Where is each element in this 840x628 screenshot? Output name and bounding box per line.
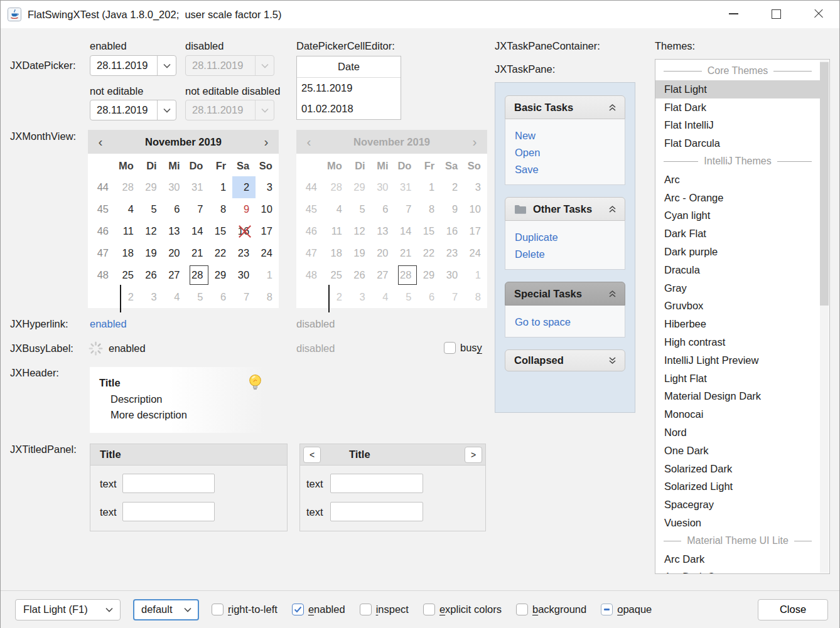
calendar-day[interactable]: 30 xyxy=(232,264,256,286)
calendar-day[interactable]: 21 xyxy=(186,242,210,264)
calendar-day[interactable]: 8 xyxy=(417,198,441,220)
expand-icon[interactable] xyxy=(608,356,617,365)
calendar-day[interactable]: 10 xyxy=(464,198,487,220)
task-link[interactable]: New xyxy=(515,127,615,144)
calendar-day[interactable]: 1 xyxy=(256,264,279,286)
theme-list-item[interactable]: Spacegray xyxy=(655,496,820,514)
calendar-day[interactable]: 3 xyxy=(140,286,163,308)
scrollbar-track[interactable] xyxy=(820,60,829,573)
task-link[interactable]: Open xyxy=(515,144,615,161)
collapse-icon[interactable] xyxy=(608,103,617,112)
datepicker-value[interactable]: 28.11.2019 xyxy=(90,100,157,120)
checkbox-box[interactable] xyxy=(601,604,613,615)
calendar-day[interactable]: 7 xyxy=(186,198,210,220)
theme-list-item[interactable]: Cyan light xyxy=(655,206,820,225)
datepicker-value[interactable]: 28.11.2019 xyxy=(90,56,157,75)
calendar-day[interactable]: 25 xyxy=(325,264,348,286)
taskpane-header[interactable]: Other Tasks xyxy=(505,197,625,221)
task-link[interactable]: Delete xyxy=(515,246,615,263)
calendar-day[interactable]: 14 xyxy=(186,220,210,242)
maximize-button[interactable] xyxy=(755,0,797,28)
calendar-day[interactable]: 24 xyxy=(464,242,487,264)
calendar-day[interactable]: 24 xyxy=(256,242,279,264)
calendar-day[interactable]: 18 xyxy=(117,242,140,264)
calendar-day[interactable]: 13 xyxy=(163,220,186,242)
table-row[interactable]: 25.11.2019 xyxy=(297,78,401,98)
checkbox[interactable]: opaque xyxy=(601,604,652,615)
calendar-day[interactable]: 20 xyxy=(372,242,395,264)
checkbox[interactable]: enabled xyxy=(292,604,345,615)
calendar-day[interactable]: 7 xyxy=(232,286,256,308)
calendar-day[interactable]: 30 xyxy=(441,264,464,286)
calendar-day[interactable]: 5 xyxy=(348,198,372,220)
calendar-day[interactable]: 2 xyxy=(441,176,464,198)
theme-list-item[interactable]: Arc Dark Contrast xyxy=(655,568,820,574)
calendar-day[interactable]: 28 xyxy=(117,176,140,198)
calendar-day[interactable]: 30 xyxy=(372,176,395,198)
calendar-day[interactable]: 15 xyxy=(417,220,441,242)
theme-list-item[interactable]: Dark purple xyxy=(655,243,820,261)
calendar-day[interactable]: 14 xyxy=(395,220,418,242)
calendar-day[interactable]: 6 xyxy=(417,286,441,308)
taskpane-header[interactable]: Special Tasks xyxy=(505,282,625,306)
theme-list-item[interactable]: Flat Darcula xyxy=(655,134,820,152)
checkbox[interactable]: inspect xyxy=(360,604,409,615)
checkbox-box[interactable] xyxy=(360,604,372,615)
calendar-day[interactable]: 29 xyxy=(209,264,232,286)
theme-list-item[interactable]: High contrast xyxy=(655,333,820,351)
calendar-day[interactable]: 11 xyxy=(325,220,348,242)
checkbox[interactable]: right-to-left xyxy=(212,604,277,615)
calendar-day[interactable]: 5 xyxy=(395,286,418,308)
text-field[interactable] xyxy=(330,474,423,493)
text-field[interactable] xyxy=(122,474,215,493)
scrollbar-thumb[interactable] xyxy=(820,62,829,306)
theme-list-item[interactable]: Flat IntelliJ xyxy=(655,116,820,134)
calendar-day[interactable]: 21 xyxy=(395,242,418,264)
chevron-down-icon[interactable] xyxy=(157,100,176,120)
calendar-day[interactable]: 18 xyxy=(325,242,348,264)
theme-list-item[interactable]: Hiberbee xyxy=(655,315,820,333)
calendar-day[interactable]: 2 xyxy=(117,286,140,308)
calendar-day[interactable]: 30 xyxy=(163,176,186,198)
calendar-day[interactable]: 27 xyxy=(372,264,395,286)
calendar-day[interactable]: 13 xyxy=(372,220,395,242)
calendar-day[interactable]: 27 xyxy=(163,264,186,286)
calendar-day[interactable]: 1 xyxy=(417,176,441,198)
calendar-day[interactable]: 26 xyxy=(348,264,372,286)
prev-button[interactable]: < xyxy=(303,447,321,463)
theme-list-item[interactable]: Arc xyxy=(655,171,820,189)
calendar-day[interactable]: 5 xyxy=(186,286,210,308)
calendar-day[interactable]: 1 xyxy=(464,264,487,286)
lookandfeel-combobox[interactable]: Flat Light (F1) xyxy=(15,599,121,620)
calendar-day[interactable]: 12 xyxy=(140,220,163,242)
close-button[interactable]: Close xyxy=(758,599,828,620)
calendar-day[interactable]: 15 xyxy=(209,220,232,242)
theme-list-item[interactable]: Flat Light xyxy=(655,80,820,98)
text-field[interactable] xyxy=(122,502,215,521)
calendar-day[interactable]: 3 xyxy=(256,176,279,198)
calendar-day[interactable]: 4 xyxy=(372,286,395,308)
datepicker-enabled[interactable]: 28.11.2019 xyxy=(90,55,176,76)
calendar-day[interactable]: 8 xyxy=(464,286,487,308)
taskpane-header[interactable]: Basic Tasks xyxy=(505,95,625,119)
calendar-day[interactable]: 2 xyxy=(325,286,348,308)
calendar-day[interactable]: 19 xyxy=(348,242,372,264)
calendar-day[interactable]: 3 xyxy=(348,286,372,308)
next-month-icon[interactable]: › xyxy=(254,130,279,154)
calendar-day[interactable]: 9 xyxy=(232,198,256,220)
minimize-button[interactable] xyxy=(712,0,755,28)
theme-list-item[interactable]: Dracula xyxy=(655,261,820,279)
close-window-button[interactable] xyxy=(797,0,840,28)
theme-list-item[interactable]: Gray xyxy=(655,279,820,297)
scale-combobox[interactable]: default xyxy=(133,599,199,620)
task-link[interactable]: Save xyxy=(515,161,615,178)
calendar-day[interactable]: 22 xyxy=(417,242,441,264)
collapse-icon[interactable] xyxy=(608,205,617,213)
theme-list-item[interactable]: Monocai xyxy=(655,405,820,423)
theme-list-item[interactable]: One Dark xyxy=(655,442,820,460)
theme-list-item[interactable]: Gruvbox xyxy=(655,297,820,315)
theme-list-item[interactable]: Arc - Orange xyxy=(655,189,820,207)
hyperlink-enabled[interactable]: enabled xyxy=(90,318,127,330)
calendar-day[interactable]: 16 xyxy=(232,220,256,242)
calendar-day[interactable]: 25 xyxy=(117,264,140,286)
